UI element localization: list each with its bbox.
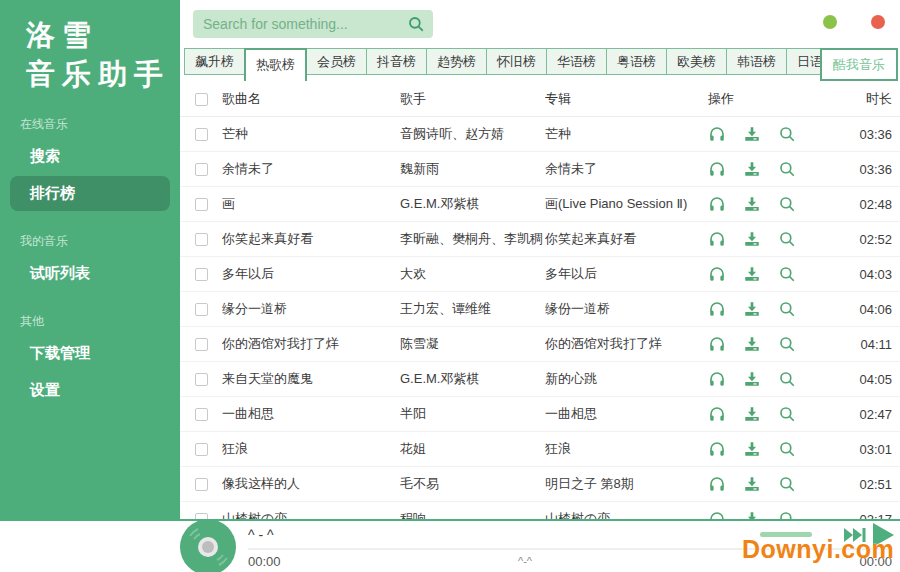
song-name: 余情未了 [222,160,400,178]
row-checkbox[interactable] [195,268,208,281]
headphones-icon[interactable] [708,335,726,353]
table-row[interactable]: 狂浪 花姐 狂浪 03:01 [180,432,900,467]
tab-item[interactable]: 抖音榜 [366,48,427,75]
search-icon[interactable] [778,335,796,353]
search-icon[interactable] [778,475,796,493]
headphones-icon[interactable] [708,265,726,283]
search-icon[interactable] [399,10,433,38]
search-icon[interactable] [778,230,796,248]
row-checkbox[interactable] [195,338,208,351]
download-icon[interactable] [743,405,761,423]
song-duration: 04:11 [820,337,892,352]
table-row[interactable]: 余情未了 魏新雨 余情未了 03:36 [180,152,900,187]
headphones-icon[interactable] [708,230,726,248]
download-icon[interactable] [743,300,761,318]
search-icon[interactable] [778,405,796,423]
song-album: 你笑起来真好看 [545,230,708,248]
song-name: 来自天堂的魔鬼 [222,370,400,388]
row-checkbox[interactable] [195,478,208,491]
table-row[interactable]: 来自天堂的魔鬼 G.E.M.邓紫棋 新的心跳 04:05 [180,362,900,397]
download-icon[interactable] [743,475,761,493]
search-icon[interactable] [778,160,796,178]
table-row[interactable]: 芒种 音阙诗听、赵方婧 芒种 03:36 [180,117,900,152]
song-name: 你笑起来真好看 [222,230,400,248]
row-checkbox[interactable] [195,198,208,211]
table-row[interactable]: 缘分一道桥 王力宏、谭维维 缘份一道桥 04:06 [180,292,900,327]
search-icon[interactable] [778,265,796,283]
minimize-button[interactable] [823,15,837,29]
download-icon[interactable] [743,265,761,283]
download-icon[interactable] [743,160,761,178]
headphones-icon[interactable] [708,440,726,458]
tab-item[interactable]: 欧美榜 [666,48,727,75]
row-checkbox[interactable] [195,233,208,246]
song-album: 余情未了 [545,160,708,178]
app-logo: 洛雪 音乐助手 [0,0,180,94]
download-icon[interactable] [743,230,761,248]
headphones-icon[interactable] [708,300,726,318]
volume-slider[interactable] [760,532,812,537]
search-input[interactable] [193,16,399,32]
search-icon[interactable] [778,510,796,519]
song-artist: 大欢 [400,265,545,283]
headphones-icon[interactable] [708,370,726,388]
headphones-icon[interactable] [708,125,726,143]
headphones-icon[interactable] [708,475,726,493]
song-artist: 魏新雨 [400,160,545,178]
search-icon[interactable] [778,440,796,458]
tab-item[interactable]: 怀旧榜 [486,48,547,75]
music-source-selector[interactable]: 酷我音乐 [820,48,898,81]
tab-item[interactable]: 粤语榜 [606,48,667,75]
close-button[interactable] [871,15,885,29]
row-checkbox[interactable] [195,373,208,386]
headphones-icon[interactable] [708,510,726,519]
sidebar-item[interactable]: 设置 [10,373,170,408]
headphones-icon[interactable] [708,195,726,213]
table-row[interactable]: 你笑起来真好看 李昕融、樊桐舟、李凯稠 你笑起来真好看 02:52 [180,222,900,257]
download-icon[interactable] [743,510,761,519]
sidebar-item[interactable]: 排行榜 [10,176,170,211]
download-icon[interactable] [743,195,761,213]
table-row[interactable]: 一曲相思 半阳 一曲相思 02:47 [180,397,900,432]
disc-icon[interactable] [180,518,237,572]
download-icon[interactable] [743,440,761,458]
table-row[interactable]: 画 G.E.M.邓紫棋 画(Live Piano Session Ⅱ) 02:4… [180,187,900,222]
table-row[interactable]: 像我这样的人 毛不易 明日之子 第8期 02:51 [180,467,900,502]
tab-item[interactable]: 热歌榜 [244,48,307,81]
row-checkbox[interactable] [195,443,208,456]
song-album: 画(Live Piano Session Ⅱ) [545,195,708,213]
sidebar-item[interactable]: 试听列表 [10,256,170,291]
search-icon[interactable] [778,125,796,143]
play-icon[interactable] [871,522,895,548]
select-all-checkbox[interactable] [195,93,208,106]
search-icon[interactable] [778,300,796,318]
tab-item[interactable]: 华语榜 [546,48,607,75]
table-row[interactable]: 山楂树の恋 程响 山楂树の恋 02:17 [180,502,900,519]
search-icon[interactable] [778,195,796,213]
sidebar-item[interactable]: 下载管理 [10,336,170,371]
table-row[interactable]: 你的酒馆对我打了烊 陈雪凝 你的酒馆对我打了烊 04:11 [180,327,900,362]
song-duration: 03:01 [820,442,892,457]
song-artist: G.E.M.邓紫棋 [400,370,545,388]
tab-item[interactable]: 韩语榜 [726,48,787,75]
row-checkbox[interactable] [195,303,208,316]
download-icon[interactable] [743,335,761,353]
search-icon[interactable] [778,370,796,388]
row-checkbox[interactable] [195,163,208,176]
tab-item[interactable]: 会员榜 [306,48,367,75]
sidebar-item[interactable]: 搜索 [10,139,170,174]
headphones-icon[interactable] [708,405,726,423]
download-icon[interactable] [743,125,761,143]
header-album: 专辑 [545,90,708,108]
table-row[interactable]: 多年以后 大欢 多年以后 04:03 [180,257,900,292]
row-checkbox[interactable] [195,128,208,141]
tab-item[interactable]: 飙升榜 [184,48,245,75]
download-icon[interactable] [743,370,761,388]
row-checkbox[interactable] [195,408,208,421]
headphones-icon[interactable] [708,160,726,178]
skip-next-icon[interactable] [843,525,867,545]
progress-bar[interactable] [248,548,892,550]
row-actions [708,335,820,353]
song-duration: 04:05 [820,372,892,387]
tab-item[interactable]: 趋势榜 [426,48,487,75]
